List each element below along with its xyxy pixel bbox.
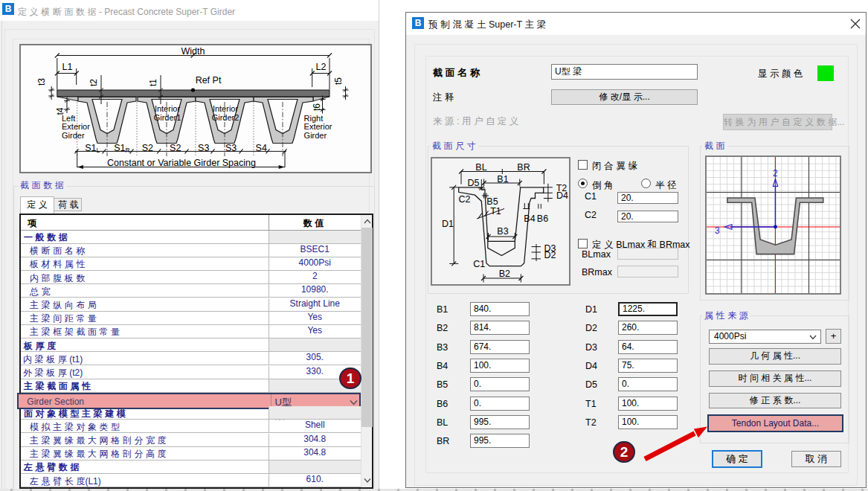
svg-text:S4: S4 <box>256 143 267 153</box>
svg-text:L2: L2 <box>316 62 327 72</box>
svg-text:S3: S3 <box>198 143 209 153</box>
svg-text:Width: Width <box>181 46 205 57</box>
svg-text:S1L: S1L <box>85 143 100 154</box>
svg-text:BL: BL <box>475 162 486 173</box>
svg-text:S3: S3 <box>225 143 237 153</box>
svg-text:B5: B5 <box>486 196 498 207</box>
svg-text:BR: BR <box>517 162 530 173</box>
svg-text:3: 3 <box>715 225 720 236</box>
svg-text:Right: Right <box>304 114 324 123</box>
svg-text:Interior: Interior <box>155 104 181 113</box>
svg-text:t1: t1 <box>148 79 158 86</box>
svg-text:Girder: Girder <box>62 131 85 140</box>
svg-text:B1: B1 <box>497 174 508 184</box>
svg-text:Girder1: Girder1 <box>154 113 181 122</box>
svg-text:D1: D1 <box>442 219 454 229</box>
svg-text:S1R: S1R <box>114 143 129 154</box>
svg-text:Exterior: Exterior <box>304 122 332 131</box>
svg-text:C1: C1 <box>473 259 485 269</box>
svg-text:D2: D2 <box>544 250 556 260</box>
svg-text:Ref Pt: Ref Pt <box>196 75 222 86</box>
svg-text:Constant or Variable Girder Sp: Constant or Variable Girder Spacing <box>107 158 256 168</box>
svg-text:Girder: Girder <box>304 131 327 140</box>
svg-text:t2: t2 <box>89 79 99 86</box>
svg-text:Interior: Interior <box>213 104 239 113</box>
svg-text:S2: S2 <box>170 143 181 153</box>
svg-text:t3: t3 <box>36 78 47 86</box>
svg-text:D5: D5 <box>468 178 480 188</box>
svg-text:Exterior: Exterior <box>62 122 90 131</box>
svg-text:S2: S2 <box>142 143 153 153</box>
svg-text:B4: B4 <box>524 214 535 224</box>
svg-text:D4: D4 <box>556 190 568 201</box>
svg-text:L1: L1 <box>62 62 73 72</box>
svg-text:T1: T1 <box>490 206 501 216</box>
svg-text:t5: t5 <box>333 77 344 85</box>
svg-text:B3: B3 <box>497 226 508 237</box>
svg-text:Left: Left <box>62 114 75 123</box>
svg-text:2: 2 <box>773 168 778 179</box>
svg-text:B2: B2 <box>499 269 510 279</box>
svg-text:Girder2: Girder2 <box>212 113 239 122</box>
svg-text:C2: C2 <box>458 194 470 205</box>
svg-text:B6: B6 <box>537 214 548 224</box>
